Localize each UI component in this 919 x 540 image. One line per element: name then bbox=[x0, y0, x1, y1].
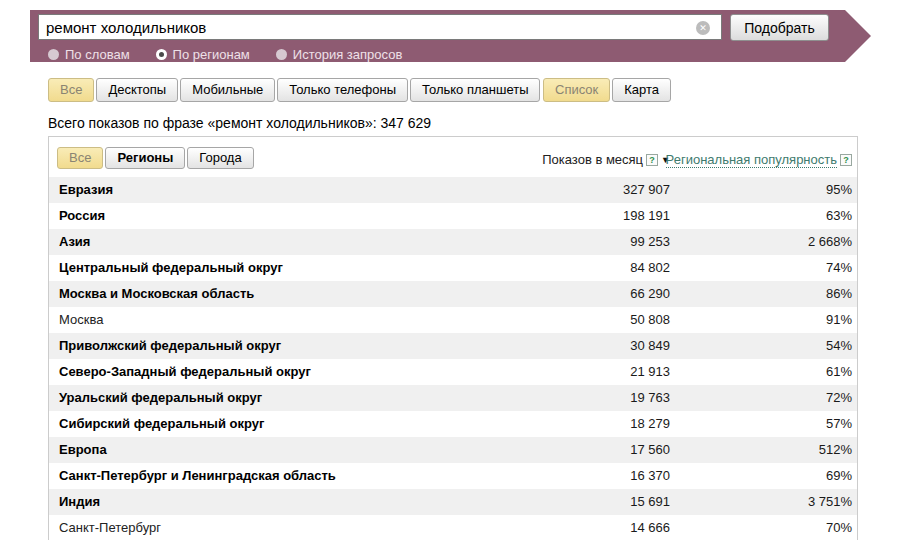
mode-label: По словам bbox=[65, 47, 130, 62]
tab-view-list[interactable]: Список bbox=[543, 78, 610, 102]
region-scope-tabs: Все Регионы Города bbox=[57, 147, 254, 169]
submit-button[interactable]: Подобрать bbox=[730, 14, 829, 41]
help-icon[interactable]: ? bbox=[840, 154, 852, 166]
popularity-value: 91% bbox=[826, 307, 852, 333]
impressions-value: 17 560 bbox=[630, 437, 670, 463]
impressions-value: 14 666 bbox=[630, 515, 670, 540]
table-row: Санкт-Петербург и Ленинградская область … bbox=[49, 463, 857, 489]
help-icon[interactable]: ? bbox=[646, 154, 658, 166]
search-mode-group: По словам По регионам История запросов bbox=[48, 46, 402, 62]
region-name: Евразия bbox=[59, 177, 113, 203]
tab-view-map[interactable]: Карта bbox=[612, 78, 671, 102]
mode-query-history[interactable]: История запросов bbox=[276, 47, 403, 62]
region-name: Москва и Московская область bbox=[59, 281, 254, 307]
popularity-value: 69% bbox=[826, 463, 852, 489]
mode-by-regions[interactable]: По регионам bbox=[156, 47, 250, 62]
popularity-value: 3 751% bbox=[808, 489, 852, 515]
table-row: Россия 198 191 63% bbox=[49, 203, 857, 229]
popularity-value: 70% bbox=[826, 515, 852, 540]
impressions-value: 18 279 bbox=[630, 411, 670, 437]
tab-scope-cities[interactable]: Города bbox=[187, 147, 253, 169]
popularity-value: 95% bbox=[826, 177, 852, 203]
region-name: Азия bbox=[59, 229, 90, 255]
popularity-value: 57% bbox=[826, 411, 852, 437]
table-row: Центральный федеральный округ 84 802 74% bbox=[49, 255, 857, 281]
impressions-value: 66 290 bbox=[630, 281, 670, 307]
popularity-value: 63% bbox=[826, 203, 852, 229]
impressions-value: 198 191 bbox=[623, 203, 670, 229]
region-rows: Евразия 327 907 95% Россия 198 191 63% А… bbox=[49, 177, 857, 540]
column-header-impressions: Показов в месяц ? ▼ bbox=[542, 152, 670, 167]
radio-icon[interactable] bbox=[276, 49, 287, 60]
table-row: Приволжский федеральный округ 30 849 54% bbox=[49, 333, 857, 359]
tab-device-all[interactable]: Все bbox=[48, 78, 94, 102]
impressions-value: 15 691 bbox=[630, 489, 670, 515]
impressions-value: 50 808 bbox=[630, 307, 670, 333]
table-row: Москва и Московская область 66 290 86% bbox=[49, 281, 857, 307]
table-row: Северо-Западный федеральный округ 21 913… bbox=[49, 359, 857, 385]
table-row: Азия 99 253 2 668% bbox=[49, 229, 857, 255]
region-name: Россия bbox=[59, 203, 105, 229]
table-row: Евразия 327 907 95% bbox=[49, 177, 857, 203]
tab-scope-all[interactable]: Все bbox=[57, 147, 103, 169]
impressions-header-label: Показов в месяц bbox=[542, 152, 643, 167]
impressions-value: 19 763 bbox=[630, 385, 670, 411]
table-row: Европа 17 560 512% bbox=[49, 437, 857, 463]
impressions-value: 21 913 bbox=[630, 359, 670, 385]
region-name: Санкт-Петербург и Ленинградская область bbox=[59, 463, 336, 489]
view-tabs: Список Карта bbox=[543, 78, 671, 102]
impressions-value: 30 849 bbox=[630, 333, 670, 359]
table-row: Санкт-Петербург 14 666 70% bbox=[49, 515, 857, 540]
region-name: Приволжский федеральный округ bbox=[59, 333, 281, 359]
region-name: Сибирский федеральный округ bbox=[59, 411, 264, 437]
popularity-value: 74% bbox=[826, 255, 852, 281]
popularity-header-link[interactable]: Региональная популярность bbox=[666, 152, 837, 168]
popularity-value: 2 668% bbox=[808, 229, 852, 255]
table-row: Москва 50 808 91% bbox=[49, 307, 857, 333]
mode-label: По регионам bbox=[173, 47, 250, 62]
impressions-value: 84 802 bbox=[630, 255, 670, 281]
regions-table: Все Регионы Города Показов в месяц ? ▼ Р… bbox=[48, 136, 858, 540]
city-name: Санкт-Петербург bbox=[59, 515, 161, 540]
radio-icon[interactable] bbox=[48, 49, 59, 60]
tab-scope-regions[interactable]: Регионы bbox=[105, 147, 185, 169]
table-row: Индия 15 691 3 751% bbox=[49, 489, 857, 515]
impressions-value: 327 907 bbox=[623, 177, 670, 203]
region-name: Уральский федеральный округ bbox=[59, 385, 262, 411]
impressions-value: 99 253 bbox=[630, 229, 670, 255]
city-name: Москва bbox=[59, 307, 103, 333]
region-name: Европа bbox=[59, 437, 107, 463]
tab-device-tablets-only[interactable]: Только планшеты bbox=[410, 78, 540, 102]
tab-device-mobile[interactable]: Мобильные bbox=[180, 78, 275, 102]
region-name: Северо-Западный федеральный округ bbox=[59, 359, 311, 385]
region-name: Центральный федеральный округ bbox=[59, 255, 283, 281]
clear-icon[interactable]: ✕ bbox=[696, 21, 710, 35]
tab-device-desktop[interactable]: Десктопы bbox=[96, 78, 178, 102]
table-row: Уральский федеральный округ 19 763 72% bbox=[49, 385, 857, 411]
popularity-value: 72% bbox=[826, 385, 852, 411]
search-bar: ✕ Подобрать По словам По регионам Истори… bbox=[30, 10, 845, 62]
impressions-value: 16 370 bbox=[630, 463, 670, 489]
search-input[interactable] bbox=[38, 14, 722, 40]
region-name: Индия bbox=[59, 489, 100, 515]
column-header-popularity: Региональная популярность ? bbox=[666, 152, 852, 168]
device-tabs: Все Десктопы Мобильные Только телефоны Т… bbox=[48, 78, 540, 102]
total-impressions-summary: Всего показов по фразе «ремонт холодильн… bbox=[48, 115, 431, 131]
tab-device-phones-only[interactable]: Только телефоны bbox=[277, 78, 408, 102]
table-row: Сибирский федеральный округ 18 279 57% bbox=[49, 411, 857, 437]
popularity-value: 512% bbox=[819, 437, 852, 463]
popularity-value: 61% bbox=[826, 359, 852, 385]
radio-selected-icon[interactable] bbox=[156, 49, 167, 60]
mode-label: История запросов bbox=[293, 47, 403, 62]
mode-by-words[interactable]: По словам bbox=[48, 47, 130, 62]
popularity-value: 86% bbox=[826, 281, 852, 307]
popularity-value: 54% bbox=[826, 333, 852, 359]
